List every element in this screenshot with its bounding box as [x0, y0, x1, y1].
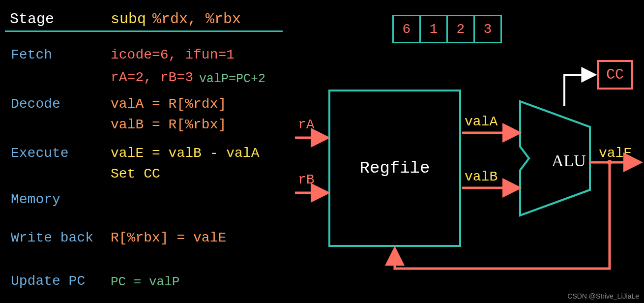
arrows-overlay [0, 0, 644, 303]
watermark: CSDN @Strive_LiJiaLe [567, 292, 639, 300]
arrow-vale-feedback [395, 162, 610, 269]
arrow-cc [564, 75, 594, 106]
